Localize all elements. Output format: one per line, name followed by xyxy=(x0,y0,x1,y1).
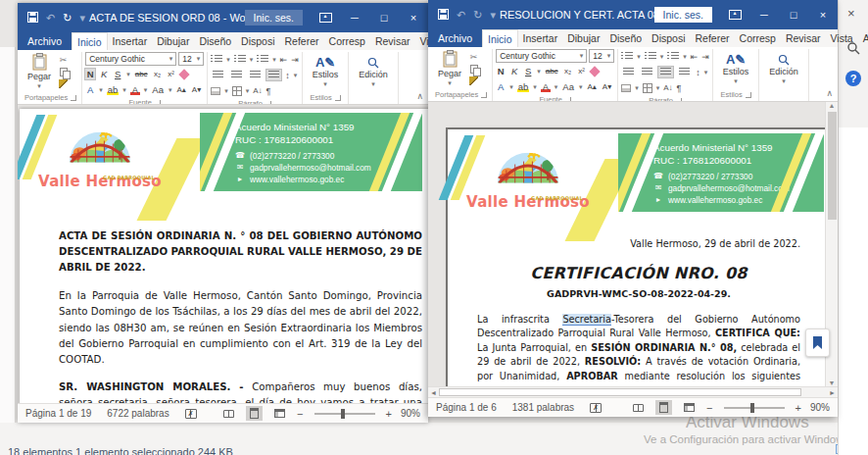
qat-customize-icon[interactable]: ▾ xyxy=(490,9,496,22)
tab-revisar[interactable]: Revisar xyxy=(781,29,826,47)
justify-button[interactable] xyxy=(677,67,692,77)
sign-in-button[interactable]: Inic. ses. xyxy=(654,7,712,23)
scroll-left-icon[interactable]: ◄ xyxy=(430,389,437,396)
zoom-slider[interactable] xyxy=(314,413,375,415)
scrollbar-thumb[interactable] xyxy=(828,112,837,220)
redo-icon[interactable]: ↻ xyxy=(473,9,482,22)
align-left-button[interactable] xyxy=(211,70,225,80)
bullet-list-icon[interactable] xyxy=(621,52,633,61)
underline-dropdown-icon[interactable]: ▾ xyxy=(537,68,541,76)
align-left-button[interactable] xyxy=(621,67,636,77)
ribbon-display-options-icon[interactable]: ▴ xyxy=(311,3,340,32)
text-effects-button[interactable]: A xyxy=(85,84,95,95)
tab-archivo[interactable]: Archivo xyxy=(428,29,482,47)
sign-in-button[interactable]: Inic. ses. xyxy=(245,10,303,25)
web-layout-button[interactable] xyxy=(681,400,698,415)
underline-button[interactable]: S xyxy=(523,66,533,76)
tab-ayuda[interactable]: Ayuda xyxy=(858,29,868,47)
numbered-list-icon[interactable] xyxy=(645,52,656,61)
align-right-button[interactable] xyxy=(658,67,673,77)
read-mode-button[interactable] xyxy=(220,406,237,421)
zoom-level[interactable]: 90% xyxy=(401,408,420,419)
highlighted-word[interactable]: Secretaria xyxy=(562,314,611,326)
dialog-launcher-icon[interactable] xyxy=(481,92,487,98)
subscript-button[interactable]: x₂ xyxy=(563,67,573,76)
clear-formatting-icon[interactable] xyxy=(589,66,600,76)
change-case-button[interactable]: Aa xyxy=(561,81,575,92)
horizontal-scrollbar[interactable]: ◄ ► xyxy=(428,386,838,397)
tab-inicio[interactable]: Inicio xyxy=(482,29,518,47)
font-color-button[interactable]: A xyxy=(541,81,551,92)
highlight-button[interactable]: ab xyxy=(107,84,120,95)
tab-dibujar[interactable]: Dibujar xyxy=(562,29,604,47)
shading-icon[interactable] xyxy=(211,87,220,95)
tab-diseno[interactable]: Diseño xyxy=(194,32,236,50)
font-size-select[interactable]: 12▾ xyxy=(589,49,614,63)
line-spacing-icon[interactable]: ↕ xyxy=(285,71,290,80)
grow-font-button[interactable]: A▴ xyxy=(175,85,186,94)
minimize-button[interactable]: ─ xyxy=(340,3,369,32)
italic-button[interactable]: K xyxy=(99,69,109,79)
numbered-list-icon[interactable] xyxy=(234,55,246,64)
bold-button[interactable]: N xyxy=(496,66,506,76)
align-right-button[interactable] xyxy=(248,70,263,80)
justify-button[interactable] xyxy=(266,70,281,80)
superscript-button[interactable]: x² xyxy=(167,70,176,78)
increase-indent-icon[interactable]: ⇥ xyxy=(701,52,709,62)
ribbon-display-options-icon[interactable]: ▴ xyxy=(720,0,749,29)
highlight-button[interactable]: ab xyxy=(517,81,530,92)
print-layout-button[interactable] xyxy=(246,406,263,421)
font-size-select[interactable]: 12▾ xyxy=(178,52,204,66)
tab-dibujar[interactable]: Dibujar xyxy=(152,32,194,50)
copy-icon[interactable] xyxy=(60,68,68,76)
undo-icon[interactable]: ↶ xyxy=(46,12,55,25)
format-painter-icon[interactable] xyxy=(59,79,68,88)
borders-icon[interactable] xyxy=(643,83,652,93)
superscript-button[interactable]: x² xyxy=(577,67,587,76)
underline-dropdown-icon[interactable]: ▾ xyxy=(126,71,130,78)
zoom-in-button[interactable]: + xyxy=(796,402,801,414)
tab-referencias[interactable]: Referer xyxy=(280,32,324,50)
web-layout-button[interactable] xyxy=(271,406,288,421)
tab-correspondencia[interactable]: Corresp xyxy=(324,32,370,50)
font-name-select[interactable]: Century Gothic▾ xyxy=(85,52,176,66)
tab-vista[interactable]: Vista xyxy=(826,29,858,47)
line-spacing-icon[interactable]: ↕ xyxy=(696,68,700,77)
grow-font-button[interactable]: A▴ xyxy=(586,82,597,91)
proofing-icon[interactable]: ✗ xyxy=(185,409,197,419)
sort-icon[interactable]: A↓ xyxy=(253,86,262,95)
close-button[interactable]: × xyxy=(808,0,838,29)
zoom-level[interactable]: 90% xyxy=(810,402,830,413)
paste-button[interactable]: Pegar ▾ xyxy=(433,49,466,88)
tab-insertar[interactable]: Insertar xyxy=(108,32,153,50)
document-page[interactable]: Valle HermosoGAD PARROQUIAL Acuerdo Mini… xyxy=(446,127,832,386)
word-count[interactable]: 1381 palabras xyxy=(512,402,574,413)
cut-icon[interactable]: ✂ xyxy=(470,52,478,62)
scroll-right-icon[interactable]: ► xyxy=(829,389,836,396)
maximize-button[interactable]: □ xyxy=(369,3,399,32)
change-case-button[interactable]: Aa xyxy=(151,84,165,95)
pilcrow-icon[interactable]: ¶ xyxy=(266,86,271,96)
help-icon[interactable]: ? xyxy=(845,71,861,86)
scroll-up-icon[interactable]: ▲ xyxy=(829,102,836,109)
styles-button[interactable]: A✎ Estilos ▾ xyxy=(716,49,756,89)
borders-icon[interactable] xyxy=(232,86,242,96)
underline-button[interactable]: S xyxy=(113,69,122,79)
sort-icon[interactable]: A↓ xyxy=(663,83,672,92)
proofing-icon[interactable]: ✗ xyxy=(590,403,602,413)
titlebar[interactable]: ↶ ↻ ▾ ACTA DE SESION ORD 08 - Word Inic.… xyxy=(18,3,428,32)
collapse-ribbon-icon[interactable]: ∧ xyxy=(416,91,423,101)
font-color-button[interactable]: A xyxy=(130,84,140,95)
text-effects-button[interactable]: A xyxy=(496,81,506,92)
print-layout-button[interactable] xyxy=(655,400,672,415)
document-page[interactable]: Valle HermosoGAD PARROQUIAL Acuerdo Mini… xyxy=(20,109,428,403)
bold-button[interactable]: N xyxy=(85,69,95,79)
editing-button[interactable]: Edición ▾ xyxy=(762,49,805,89)
zoom-slider-thumb[interactable] xyxy=(341,409,345,419)
editing-button[interactable]: Edición ▾ xyxy=(352,52,395,92)
strikethrough-button[interactable]: abc xyxy=(134,70,149,78)
zoom-in-button[interactable]: + xyxy=(386,408,392,420)
word-count[interactable]: 6722 palabras xyxy=(107,408,169,419)
read-mode-button[interactable] xyxy=(630,400,647,415)
maximize-button[interactable]: □ xyxy=(779,0,808,29)
